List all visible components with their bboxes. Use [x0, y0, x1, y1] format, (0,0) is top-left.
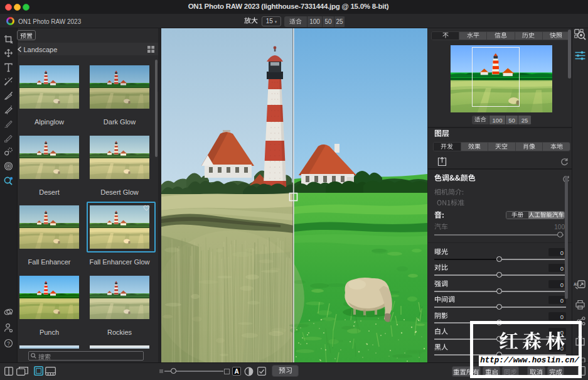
svg-text:AI: AI	[574, 282, 578, 286]
svg-text:?: ?	[7, 340, 10, 347]
